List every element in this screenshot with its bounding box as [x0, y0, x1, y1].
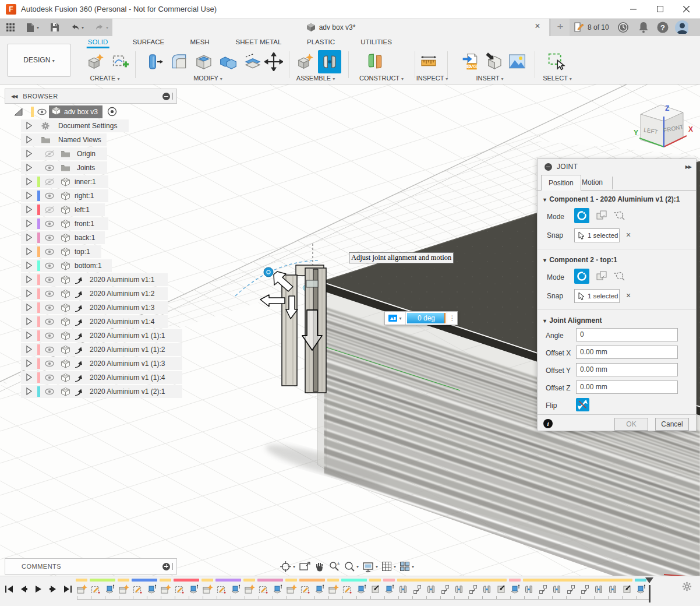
timeline-step-forward-button[interactable]	[48, 584, 58, 594]
joint-dialog-collapse-icon[interactable]	[545, 163, 552, 171]
visibility-eye-icon[interactable]	[44, 219, 55, 231]
timeline-jointorigin-icon[interactable]	[564, 583, 578, 595]
joint-dialog-expand-icon[interactable]: ▶▶	[685, 164, 691, 170]
assemble-new-component-icon[interactable]	[294, 50, 317, 73]
comments-panel-header[interactable]: COMMENTS	[5, 558, 177, 575]
history-clock-icon[interactable]	[616, 20, 630, 34]
visibility-eye-icon[interactable]	[44, 359, 55, 371]
timeline-jointorigin-icon[interactable]	[438, 583, 452, 595]
visibility-eye-icon[interactable]	[44, 191, 55, 203]
notifications-bell-icon[interactable]	[637, 20, 650, 34]
timeline-joint-icon[interactable]	[452, 583, 466, 595]
timeline-sketch-icon[interactable]	[340, 583, 354, 595]
timeline-extrude-icon[interactable]	[228, 583, 242, 595]
expand-icon[interactable]	[25, 331, 33, 342]
expand-icon[interactable]	[25, 219, 33, 230]
workspace-selector[interactable]: DESIGN ▾	[7, 44, 71, 77]
shell-tool-icon[interactable]	[192, 50, 215, 73]
timeline-extrude-icon[interactable]	[102, 583, 116, 595]
timeline-step-back-button[interactable]	[19, 584, 29, 594]
expand-icon[interactable]	[25, 261, 33, 272]
expand-icon[interactable]	[25, 149, 33, 160]
mode1-planar-button[interactable]	[594, 208, 609, 223]
browser-panel-header[interactable]: ◀◀ BROWSER	[5, 89, 177, 104]
timeline-jointorigin-icon[interactable]	[466, 583, 480, 595]
browser-row-back-1[interactable]: back:1	[5, 231, 179, 245]
timeline-extrude-icon[interactable]	[144, 583, 158, 595]
mode2-planar-button[interactable]	[594, 269, 609, 284]
browser-row-top-1[interactable]: top:1	[5, 245, 179, 259]
browser-panel-toggle-icon[interactable]	[162, 93, 170, 100]
snap1-clear-icon[interactable]: ×	[626, 230, 631, 239]
mode1-rigid-button[interactable]	[574, 208, 589, 223]
measure-tool-icon[interactable]	[417, 50, 440, 73]
timeline-ruler[interactable]	[77, 596, 650, 600]
browser-row-left-1[interactable]: left:1	[5, 203, 179, 217]
timeline-joint-icon[interactable]	[396, 583, 410, 595]
timeline-joint-icon[interactable]	[550, 583, 564, 595]
angle-field[interactable]: 0	[576, 328, 678, 341]
root-selected-bg[interactable]: adv box v3	[49, 105, 102, 118]
expand-icon[interactable]	[25, 317, 33, 328]
visibility-eye-icon[interactable]	[44, 289, 55, 301]
browser-row-2020-aluminium-v1-1-1[interactable]: 2020 Aluminium v1 (1):1	[5, 329, 179, 343]
timeline-component-icon[interactable]	[116, 583, 130, 595]
timeline-component-icon[interactable]	[326, 583, 340, 595]
cancel-button[interactable]: Cancel	[655, 418, 689, 431]
tab-solid[interactable]: SOLID	[87, 38, 109, 48]
mode2-rigid-button[interactable]	[574, 269, 589, 284]
group-label-insert[interactable]: INSERT ▾	[476, 75, 503, 82]
offset-y-field[interactable]: 0.00 mm	[576, 363, 678, 376]
ok-button[interactable]: OK	[614, 418, 648, 431]
timeline-component-icon[interactable]	[158, 583, 172, 595]
visibility-eye-icon[interactable]	[44, 331, 55, 343]
browser-row-inner-1[interactable]: inner:1	[5, 175, 179, 189]
timeline-joint-icon[interactable]	[424, 583, 438, 595]
visibility-eye-icon[interactable]	[44, 317, 55, 329]
mode1-between-button[interactable]	[612, 208, 627, 223]
browser-row-document-settings[interactable]: Document Settings	[5, 119, 179, 133]
timeline-extrude-icon[interactable]	[508, 583, 522, 595]
timeline-sketch-icon[interactable]	[130, 583, 144, 595]
group-label-construct[interactable]: CONSTRUCT ▾	[359, 75, 404, 82]
browser-row-2020-aluminium-v1-3[interactable]: 2020 Aluminium v1:3	[5, 301, 179, 315]
file-menu-button[interactable]: ▾	[26, 23, 39, 33]
expand-icon[interactable]	[25, 191, 33, 202]
timeline-go-start-button[interactable]	[5, 584, 14, 594]
maximize-button[interactable]	[646, 0, 673, 18]
expand-icon[interactable]	[25, 359, 33, 370]
visibility-eye-icon[interactable]	[44, 149, 55, 161]
snap2-clear-icon[interactable]: ×	[626, 291, 631, 300]
document-tab-close-icon[interactable]: ×	[532, 21, 543, 31]
job-status[interactable]: 8 of 10	[573, 19, 609, 36]
joint-angle-input[interactable]: 0 deg	[407, 313, 446, 323]
tab-sheet-metal[interactable]: SHEET METAL	[235, 38, 283, 45]
timeline-play-button[interactable]	[34, 584, 43, 594]
expand-icon[interactable]	[25, 163, 33, 174]
timeline-component-icon[interactable]	[75, 583, 89, 595]
timeline-joint-icon[interactable]	[592, 583, 606, 595]
combine-tool-icon[interactable]	[217, 50, 240, 73]
snap1-selection-button[interactable]: 1 selected	[574, 228, 620, 242]
help-icon[interactable]: ?	[656, 20, 670, 34]
insert-svg-tool-icon[interactable]: SVG	[459, 50, 482, 73]
tab-utilities[interactable]: UTILITIES	[359, 38, 393, 45]
expand-icon[interactable]	[25, 387, 33, 398]
expand-icon[interactable]	[25, 289, 33, 300]
comments-add-icon[interactable]	[162, 563, 170, 570]
visibility-eye-icon[interactable]	[44, 163, 55, 175]
timeline-sketch-icon[interactable]	[214, 583, 228, 595]
timeline-extrude-icon[interactable]	[312, 583, 326, 595]
timeline-jointorigin-icon[interactable]	[536, 583, 550, 595]
expand-icon[interactable]	[25, 247, 33, 258]
tab-mesh[interactable]: MESH	[189, 38, 210, 45]
browser-row-front-1[interactable]: front:1	[5, 217, 179, 231]
browser-row-right-1[interactable]: right:1	[5, 189, 179, 203]
tab-motion[interactable]: Motion	[575, 175, 610, 191]
timeline-joint-icon[interactable]	[522, 583, 536, 595]
timeline-extrude-icon[interactable]	[354, 583, 368, 595]
close-button[interactable]	[673, 0, 700, 18]
app-grid-icon[interactable]	[6, 23, 15, 32]
timeline-component-icon[interactable]	[284, 583, 298, 595]
expand-icon[interactable]	[25, 121, 33, 132]
